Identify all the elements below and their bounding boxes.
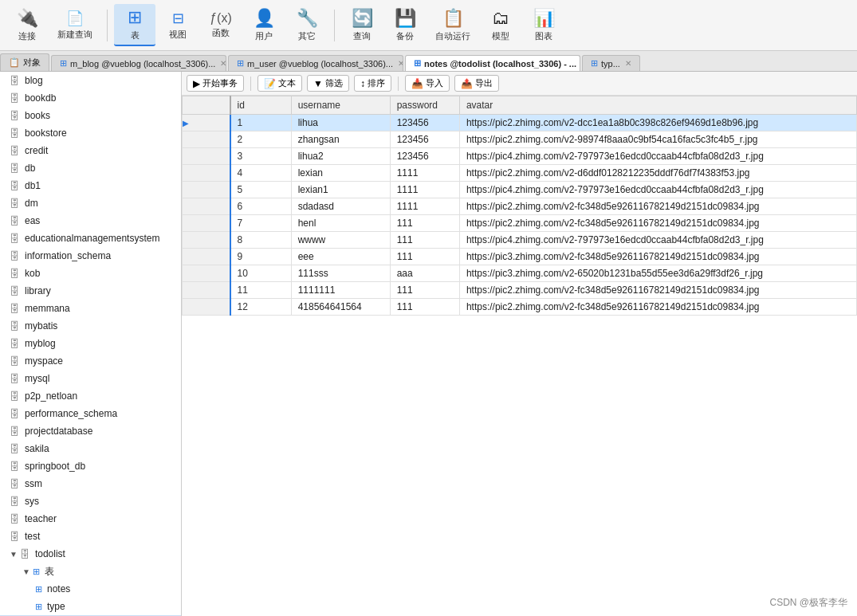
sidebar-item-dm[interactable]: 🗄 dm — [0, 194, 181, 212]
sidebar-item-educational[interactable]: 🗄 educationalmanagementsystem — [0, 230, 181, 247]
sidebar-item-ssm[interactable]: 🗄 ssm — [0, 475, 181, 492]
cell-password[interactable]: 111 — [390, 282, 459, 299]
sidebar-item-myblog[interactable]: 🗄 myblog — [0, 335, 181, 352]
backup-button[interactable]: 💾 备份 — [384, 5, 426, 45]
cell-password[interactable]: aaa — [390, 265, 459, 282]
cell-username[interactable]: 418564641564 — [291, 299, 390, 316]
sidebar-item-library[interactable]: 🗄 library — [0, 282, 181, 300]
tab-muser[interactable]: ⊞ m_user @vueblog (localhost_3306)... ✕ — [228, 55, 403, 71]
other-button[interactable]: 🔧 其它 — [286, 5, 328, 45]
cell-username[interactable]: lihua — [291, 115, 390, 131]
cell-username[interactable]: lexian — [291, 165, 390, 182]
table-row[interactable]: 7henl111https://pic2.zhimg.com/v2-fc348d… — [183, 215, 857, 232]
sidebar-item-bookdb[interactable]: 🗄 bookdb — [0, 89, 181, 107]
cell-username[interactable]: wwww — [291, 232, 390, 249]
cell-password[interactable]: 111 — [390, 299, 459, 316]
sidebar-table-type[interactable]: ⊞ type — [0, 598, 181, 615]
table-row[interactable]: 6sdadasd1111https://pic2.zhimg.com/v2-fc… — [183, 198, 857, 215]
sidebar-item-information-schema[interactable]: 🗄 information_schema — [0, 247, 181, 265]
cell-avatar[interactable]: https://pic2.zhimg.com/v2-fc348d5e926116… — [459, 198, 856, 215]
sidebar-item-kob[interactable]: 🗄 kob — [0, 265, 181, 282]
sidebar-table-notes[interactable]: ⊞ notes — [0, 580, 181, 598]
function-button[interactable]: ƒ(x) 函数 — [200, 8, 242, 42]
cell-password[interactable]: 123456 — [390, 115, 459, 131]
table-row[interactable]: 5lexian11111https://pic4.zhimg.com/v2-79… — [183, 182, 857, 198]
cell-password[interactable]: 1111 — [390, 165, 459, 182]
cell-username[interactable]: lexian1 — [291, 182, 390, 198]
cell-username[interactable]: sdadasd — [291, 198, 390, 215]
cell-avatar[interactable]: https://pic4.zhimg.com/v2-797973e16edcd0… — [459, 182, 856, 198]
sidebar-item-mybatis[interactable]: 🗄 mybatis — [0, 317, 181, 335]
import-button[interactable]: 📥 导入 — [405, 75, 450, 92]
sidebar-item-mysql[interactable]: 🗄 mysql — [0, 370, 181, 387]
sidebar-item-db[interactable]: 🗄 db — [0, 159, 181, 177]
sidebar-item-db1[interactable]: 🗄 db1 — [0, 177, 181, 194]
sidebar-item-projectdb[interactable]: 🗄 projectdatabase — [0, 422, 181, 440]
cell-avatar[interactable]: https://pic3.zhimg.com/v2-fc348d5e926116… — [459, 249, 856, 265]
cell-password[interactable]: 123456 — [390, 131, 459, 148]
cell-username[interactable]: zhangsan — [291, 131, 390, 148]
table-row[interactable]: 111111111111https://pic2.zhimg.com/v2-fc… — [183, 282, 857, 299]
sidebar-item-sys[interactable]: 🗄 sys — [0, 492, 181, 510]
chart-button[interactable]: 📊 图表 — [523, 5, 564, 45]
view-button[interactable]: ⊟ 视图 — [157, 6, 199, 44]
table-row[interactable]: 3lihua2123456https://pic4.zhimg.com/v2-7… — [183, 148, 857, 165]
table-row[interactable]: 8wwww111https://pic4.zhimg.com/v2-797973… — [183, 232, 857, 249]
new-query-button[interactable]: 📄 新建查询 — [49, 6, 100, 44]
cell-password[interactable]: 1111 — [390, 198, 459, 215]
sidebar-item-todolist[interactable]: ▼ 🗄 todolist — [0, 545, 181, 563]
sidebar-item-myspace[interactable]: 🗄 myspace — [0, 352, 181, 370]
cell-id[interactable]: 2 — [230, 131, 292, 148]
tab-notes[interactable]: ⊞ notes @todolist (localhost_3306) - ...… — [405, 55, 580, 71]
cell-password[interactable]: 111 — [390, 232, 459, 249]
sidebar-item-memmana[interactable]: 🗄 memmana — [0, 300, 181, 317]
cell-id[interactable]: 7 — [230, 215, 292, 232]
table-row[interactable]: 9eee111https://pic3.zhimg.com/v2-fc348d5… — [183, 249, 857, 265]
text-button[interactable]: 📝 文本 — [257, 75, 302, 92]
cell-avatar[interactable]: https://pic2.zhimg.com/v2-fc348d5e926116… — [459, 215, 856, 232]
cell-avatar[interactable]: https://pic3.zhimg.com/v2-65020b1231ba55… — [459, 265, 856, 282]
connect-button[interactable]: 🔌 连接 — [6, 5, 48, 45]
tab-type-close[interactable]: ✕ — [625, 59, 631, 68]
cell-id[interactable]: 11 — [230, 282, 292, 299]
cell-id[interactable]: 1 — [230, 115, 292, 131]
cell-password[interactable]: 111 — [390, 249, 459, 265]
table-row[interactable]: 4lexian1111https://pic2.zhimg.com/v2-d6d… — [183, 165, 857, 182]
cell-avatar[interactable]: https://pic2.zhimg.com/v2-fc348d5e926116… — [459, 299, 856, 316]
cell-username[interactable]: lihua2 — [291, 148, 390, 165]
table-button[interactable]: ⊞ 表 — [114, 4, 155, 46]
cell-id[interactable]: 9 — [230, 249, 292, 265]
table-row[interactable]: ▶1lihua123456https://pic2.zhimg.com/v2-d… — [183, 115, 857, 131]
model-button[interactable]: 🗂 模型 — [480, 5, 521, 45]
cell-id[interactable]: 6 — [230, 198, 292, 215]
cell-id[interactable]: 8 — [230, 232, 292, 249]
table-row[interactable]: 12418564641564111https://pic2.zhimg.com/… — [183, 299, 857, 316]
cell-password[interactable]: 123456 — [390, 148, 459, 165]
cell-avatar[interactable]: https://pic2.zhimg.com/v2-fc348d5e926116… — [459, 282, 856, 299]
sort-button[interactable]: ↕ 排序 — [354, 75, 391, 92]
sidebar-item-credit[interactable]: 🗄 credit — [0, 142, 181, 159]
cell-avatar[interactable]: https://pic4.zhimg.com/v2-797973e16edcd0… — [459, 148, 856, 165]
sidebar-section-tables[interactable]: ▼ ⊞ 表 — [0, 563, 181, 580]
cell-password[interactable]: 111 — [390, 215, 459, 232]
cell-password[interactable]: 1111 — [390, 182, 459, 198]
sidebar-item-test[interactable]: 🗄 test — [0, 528, 181, 545]
sidebar-item-books[interactable]: 🗄 books — [0, 107, 181, 124]
sidebar-item-sakila[interactable]: 🗄 sakila — [0, 440, 181, 457]
table-row[interactable]: 10111sssaaahttps://pic3.zhimg.com/v2-650… — [183, 265, 857, 282]
cell-username[interactable]: 1111111 — [291, 282, 390, 299]
tab-muser-close[interactable]: ✕ — [398, 59, 403, 68]
query-button[interactable]: 🔄 查询 — [341, 5, 383, 45]
tab-mblog-close[interactable]: ✕ — [220, 59, 226, 68]
cell-id[interactable]: 12 — [230, 299, 292, 316]
cell-username[interactable]: 111sss — [291, 265, 390, 282]
cell-username[interactable]: henl — [291, 215, 390, 232]
sidebar-item-eas[interactable]: 🗄 eas — [0, 212, 181, 230]
export-button[interactable]: 📤 导出 — [454, 75, 499, 92]
cell-id[interactable]: 10 — [230, 265, 292, 282]
cell-id[interactable]: 5 — [230, 182, 292, 198]
cell-id[interactable]: 3 — [230, 148, 292, 165]
tab-mblog[interactable]: ⊞ m_blog @vueblog (localhost_3306)... ✕ — [51, 55, 226, 71]
table-row[interactable]: 2zhangsan123456https://pic2.zhimg.com/v2… — [183, 131, 857, 148]
tab-type[interactable]: ⊞ typ... ✕ — [582, 55, 640, 71]
